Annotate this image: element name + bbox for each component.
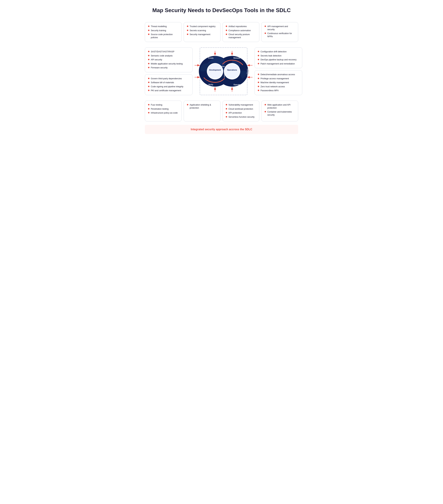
list-item: Machine identity management [258,81,299,84]
bottom-banner-text: Integrated security approach accross the… [191,128,252,131]
page-title: Map Security Needs to DevSecOps Tools in… [145,7,298,14]
bullet-icon [148,90,149,91]
bullet-icon [187,34,188,35]
list-item: Secrets scanning [187,29,217,32]
svg-text:Configure: Configure [247,69,248,76]
bullet-icon [148,59,149,60]
list-item: Security training [148,29,178,32]
bullet-icon [148,67,149,68]
list-item: Passwordless MFA [258,89,299,92]
infinity-svg: Development Operations Create Plan Prepr… [195,51,253,92]
webapp-box: Web application and API protection Conta… [261,101,298,121]
list-item: SAST/DAST/IAST/RASP [148,50,189,53]
infinity-diagram: Development Operations Create Plan Prepr… [195,44,253,99]
list-item: Cloud workload protection [226,108,256,111]
bullet-icon [187,104,188,105]
list-item: Security management [187,33,217,36]
list-item: Infrastructure policy-as-code [148,111,178,115]
bullet-icon [226,30,227,31]
bullet-icon [187,26,188,27]
bullet-icon [148,86,149,87]
list-item: Code signing and pipeline integrity [148,85,189,88]
bullet-icon [148,26,149,27]
list-item: Cloud security posture management [226,33,256,39]
create-list: SAST/DAST/IAST/RASP Semanic code analysi… [148,50,189,69]
bullet-icon [226,34,227,35]
list-item: Secrets leak detection [258,54,299,57]
bullet-icon [148,51,149,52]
top-box-plan-dev: Threat modelling Security training Sourc… [145,22,182,42]
top-box-release-ops: API management and security Continuous v… [261,22,298,42]
list-item: Configuration drift detection [258,50,299,53]
svg-text:Operations: Operations [227,69,237,71]
bullet-icon [226,104,227,105]
bullet-icon [148,63,149,64]
diagram-wrapper: Threat modelling Security training Sourc… [145,22,298,134]
list-item: Mobile application security testing [148,62,189,66]
list-item: Penetration testing [148,108,178,111]
bullet-icon [226,116,227,117]
bullet-icon [258,78,259,79]
list-item: Compliance automation [226,29,256,32]
bullet-icon [148,108,149,109]
bullet-icon [258,74,259,75]
bullet-icon [148,82,149,83]
list-item: Source code protection policies [148,33,178,39]
svg-text:Preproduction: Preproduction [224,68,225,78]
bullet-icon [265,111,266,112]
top-box-release-ops-list: API management and security Continuous v… [265,25,295,38]
bullet-icon [258,90,259,91]
verify-list: Govern third-party dependencies Software… [148,77,189,92]
svg-text:Create: Create [208,57,214,59]
bullet-icon [148,112,149,113]
list-item: Web application and API protection [265,104,295,109]
top-box-release-pre: Artifact repositories Compliance automat… [222,22,259,42]
bullet-icon [258,51,259,52]
top-box-plan-build-list: Trusted component registry Secrets scann… [187,25,217,36]
svg-point-5 [224,64,239,79]
bullet-icon [226,112,227,113]
bullet-icon [258,86,259,87]
shield-list: Application shielding & protection [187,104,217,109]
list-item: API management and security [265,25,295,31]
list-item: Serverless function security [226,116,256,119]
bullet-icon [148,104,149,105]
list-item: Application shielding & protection [187,104,217,109]
bullet-icon [265,26,266,27]
list-item: Fuzz testing [148,104,178,107]
bullet-icon [148,34,149,35]
middle-row: SAST/DAST/IAST/RASP Semanic code analysi… [145,44,298,99]
top-box-plan-dev-list: Threat modelling Security training Sourc… [148,25,178,39]
list-item: Continuous verification for NFRs [265,32,295,38]
list-item: Threat modelling [148,25,178,28]
list-item: Trusted component registry [187,25,217,28]
webapp-list: Web application and API protection Conta… [265,104,295,116]
svg-text:Verify: Verify [208,84,213,86]
list-item: Govern third-party dependencies [148,77,189,80]
vuln-box: Vulnerability management Cloud workload … [222,101,259,121]
create-box: SAST/DAST/IAST/RASP Semanic code analysi… [145,47,192,72]
bullet-icon [258,55,259,56]
list-item: Firmware security [148,66,189,69]
fuzz-list: Fuzz testing Penetration testing Infrast… [148,104,178,115]
bullet-icon [258,63,259,64]
top-row: Threat modelling Security training Sourc… [145,22,298,42]
configure-list: Configuration drift detection Secrets le… [258,50,299,65]
middle-left: SAST/DAST/IAST/RASP Semanic code analysi… [145,47,192,95]
list-item: Container and kubernetes security [265,110,295,116]
bullet-icon [226,26,227,27]
top-box-release-pre-list: Artifact repositories Compliance automat… [226,25,256,39]
list-item: Patch management and remediation [258,62,299,66]
verify-box: Govern third-party dependencies Software… [145,74,192,95]
bullet-icon [148,30,149,31]
bottom-row: Fuzz testing Penetration testing Infrast… [145,101,298,121]
list-item: API protection [226,111,256,115]
bullet-icon [265,104,266,105]
list-item: Detect/remediate anomalous access [258,73,299,76]
svg-text:Operate: Operate [233,84,240,86]
fuzz-box: Fuzz testing Penetration testing Infrast… [145,101,182,121]
middle-right: Configuration drift detection Secrets le… [255,47,302,95]
operate-box: Detect/remediate anomalous access Privil… [255,70,302,95]
list-item: Artifact repositories [226,25,256,28]
list-item: Zero trust network access [258,85,299,88]
